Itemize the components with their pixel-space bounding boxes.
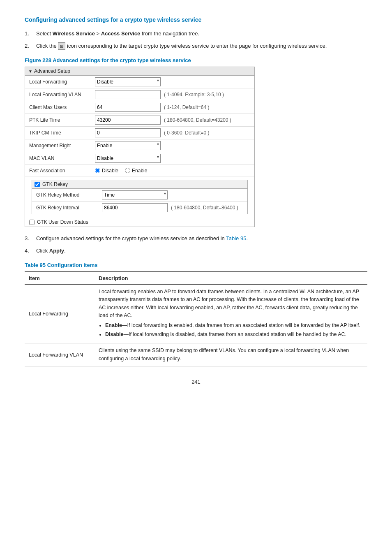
select-gtk-rekey-method[interactable]: Time Packet xyxy=(102,190,168,199)
steps-continued-list: 3. Configure advanced settings for the c… xyxy=(25,234,367,255)
panel-arrow-icon: ▼ xyxy=(28,69,32,74)
hint-ptk-life-time: ( 180-604800, Default=43200 ) xyxy=(164,117,231,123)
table-title: Table 95 Configuration items xyxy=(25,262,367,268)
bullet-enable: Enable—If local forwarding is enabled, d… xyxy=(105,322,363,329)
panel-header-label: Advanced Setup xyxy=(34,68,70,74)
input-gtk-rekey-interval[interactable] xyxy=(102,203,168,212)
step-2-num: 2. xyxy=(25,42,36,50)
row-gtk-rekey-method: GTK Rekey Method Time Packet xyxy=(32,189,247,202)
label-fast-association: Fast Association xyxy=(29,168,95,174)
step-1-bold2: Access Service xyxy=(101,30,140,37)
advanced-setup-panel: ▼ Advanced Setup Local Forwarding Disabl… xyxy=(25,67,255,227)
control-ptk-life-time: ( 180-604800, Default=43200 ) xyxy=(95,116,250,125)
table-row: Local Forwarding VLAN Clients using the … xyxy=(25,343,367,366)
desc-local-forwarding-vlan-text: Clients using the same SSID may belong t… xyxy=(99,348,349,361)
table-row: Local Forwarding Local forwarding enable… xyxy=(25,285,367,343)
gtk-user-down-status-label: GTK User Down Status xyxy=(37,219,88,225)
row-local-forwarding: Local Forwarding Disable Enable xyxy=(25,76,254,88)
radio-disable-label[interactable]: Disable xyxy=(95,168,118,174)
control-tkip-cm-time: ( 0-3600, Default=0 ) xyxy=(95,128,250,137)
label-client-max-users: Client Max Users xyxy=(29,104,95,110)
input-tkip-cm-time[interactable] xyxy=(95,128,161,137)
row-tkip-cm-time: TKIP CM Time ( 0-3600, Default=0 ) xyxy=(25,127,254,139)
label-management-right: Management Right xyxy=(29,143,95,148)
step-1: 1. Select Wireless Service > Access Serv… xyxy=(25,30,367,38)
desc-local-forwarding-vlan: Clients using the same SSID may belong t… xyxy=(95,343,367,366)
radio-enable-label[interactable]: Enable xyxy=(125,168,147,174)
col-header-description: Description xyxy=(95,272,367,285)
step-3-text: Configure advanced settings for the cryp… xyxy=(36,234,367,243)
step-4-text: Click Apply. xyxy=(36,247,367,255)
table-95-link[interactable]: Table 95 xyxy=(226,235,246,241)
label-local-forwarding-vlan: Local Forwarding VLAN xyxy=(29,92,95,97)
select-mac-vlan[interactable]: Disable Enable xyxy=(95,154,161,163)
section-title: Configuring advanced settings for a cryp… xyxy=(25,16,367,23)
input-local-forwarding-vlan[interactable] xyxy=(95,90,161,99)
select-wrapper-management-right[interactable]: Enable Disable xyxy=(95,141,161,150)
hint-local-forwarding-vlan: ( 1-4094, Example: 3-5,10 ) xyxy=(164,92,224,97)
control-client-max-users: ( 1-124, Default=64 ) xyxy=(95,103,250,112)
label-gtk-rekey-interval: GTK Rekey Interval xyxy=(36,205,102,211)
select-local-forwarding[interactable]: Disable Enable xyxy=(95,77,161,86)
row-management-right: Management Right Enable Disable xyxy=(25,139,254,152)
gtk-rekey-panel: GTK Rekey GTK Rekey Method Time Packet xyxy=(32,180,248,214)
label-mac-vlan: MAC VLAN xyxy=(29,155,95,161)
hint-tkip-cm-time: ( 0-3600, Default=0 ) xyxy=(164,130,209,136)
input-ptk-life-time[interactable] xyxy=(95,116,161,125)
desc-local-forwarding-bullets: Enable—If local forwarding is enabled, d… xyxy=(105,322,363,339)
bullet-enable-bold: Enable xyxy=(105,322,122,328)
radio-group-fast-association: Disable Enable xyxy=(95,168,147,174)
step-1-num: 1. xyxy=(25,30,36,38)
control-gtk-rekey-interval: ( 180-604800, Default=86400 ) xyxy=(102,203,243,212)
row-local-forwarding-vlan: Local Forwarding VLAN ( 1-4094, Example:… xyxy=(25,88,254,101)
bullet-disable: Disable—If local forwarding is disabled,… xyxy=(105,331,363,338)
desc-local-forwarding-intro: Local forwarding enables an AP to forwar… xyxy=(99,289,359,318)
step-3-num: 3. xyxy=(25,234,36,243)
step-4-num: 4. xyxy=(25,247,36,255)
gtk-rekey-checkbox[interactable] xyxy=(35,182,40,187)
label-local-forwarding: Local Forwarding xyxy=(29,79,95,85)
control-local-forwarding: Disable Enable xyxy=(95,77,250,86)
select-wrapper-mac-vlan[interactable]: Disable Enable xyxy=(95,154,161,163)
select-wrapper-gtk-rekey-method[interactable]: Time Packet xyxy=(102,190,168,199)
gtk-rekey-section: GTK Rekey GTK Rekey Method Time Packet xyxy=(25,176,254,218)
row-client-max-users: Client Max Users ( 1-124, Default=64 ) xyxy=(25,101,254,114)
step-1-text: Select Wireless Service > Access Service… xyxy=(36,30,367,38)
control-management-right: Enable Disable xyxy=(95,141,250,150)
gtk-user-down-status-checkbox[interactable] xyxy=(29,220,35,225)
select-management-right[interactable]: Enable Disable xyxy=(95,141,161,150)
row-mac-vlan: MAC VLAN Disable Enable xyxy=(25,152,254,165)
hint-gtk-rekey-interval: ( 180-604800, Default=86400 ) xyxy=(171,205,238,211)
step-2-text: Click the ⊞ icon corresponding to the ta… xyxy=(36,42,367,50)
input-client-max-users[interactable] xyxy=(95,103,161,112)
radio-enable[interactable] xyxy=(125,168,130,173)
col-header-item: Item xyxy=(25,272,95,285)
desc-local-forwarding: Local forwarding enables an AP to forwar… xyxy=(95,285,367,343)
radio-disable[interactable] xyxy=(95,168,100,173)
control-local-forwarding-vlan: ( 1-4094, Example: 3-5,10 ) xyxy=(95,90,250,99)
row-ptk-life-time: PTK Life Time ( 180-604800, Default=4320… xyxy=(25,114,254,127)
step-4: 4. Click Apply. xyxy=(25,247,367,255)
hint-client-max-users: ( 1-124, Default=64 ) xyxy=(164,104,209,110)
step-3: 3. Configure advanced settings for the c… xyxy=(25,234,367,243)
page-number: 241 xyxy=(25,379,367,385)
config-table: Item Description Local Forwarding Local … xyxy=(25,271,367,366)
label-tkip-cm-time: TKIP CM Time xyxy=(29,130,95,136)
radio-enable-text: Enable xyxy=(132,168,147,174)
step-4-bold: Apply xyxy=(49,248,64,254)
row-gtk-user-down-status: GTK User Down Status xyxy=(25,218,254,227)
gtk-rekey-label: GTK Rekey xyxy=(42,181,68,187)
select-wrapper-local-forwarding[interactable]: Disable Enable xyxy=(95,77,161,86)
control-mac-vlan: Disable Enable xyxy=(95,154,250,163)
row-gtk-rekey-interval: GTK Rekey Interval ( 180-604800, Default… xyxy=(32,202,247,214)
step-1-bold1: Wireless Service xyxy=(53,30,95,37)
table-header-row: Item Description xyxy=(25,272,367,285)
label-gtk-rekey-method: GTK Rekey Method xyxy=(36,192,102,198)
bullet-disable-bold: Disable xyxy=(105,331,123,337)
radio-disable-text: Disable xyxy=(102,168,118,174)
panel-header: ▼ Advanced Setup xyxy=(25,67,254,76)
row-fast-association: Fast Association Disable Enable xyxy=(25,165,254,176)
control-fast-association: Disable Enable xyxy=(95,168,250,174)
steps-list: 1. Select Wireless Service > Access Serv… xyxy=(25,30,367,50)
control-gtk-rekey-method: Time Packet xyxy=(102,190,243,199)
